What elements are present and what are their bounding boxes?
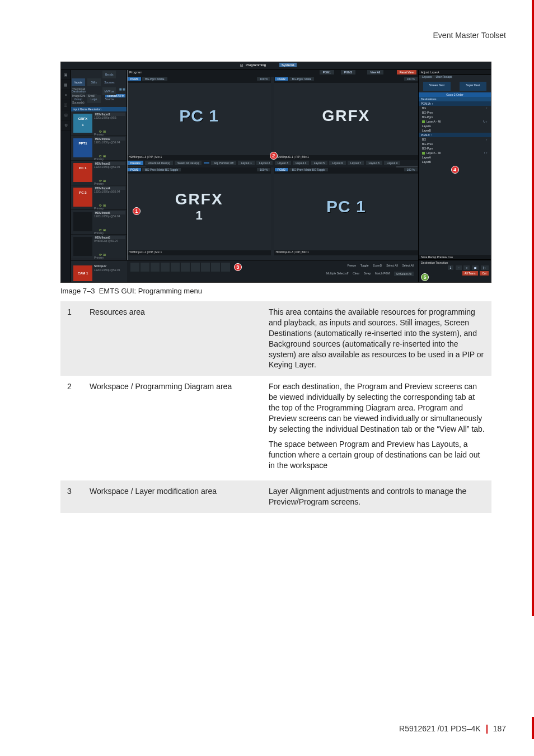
marker-2: 2: [270, 152, 278, 160]
tab-stills[interactable]: Stills: [87, 78, 101, 86]
marker-4: 4: [451, 166, 459, 174]
resources-panel: Inputs Stills Be.rds Sources Destination…: [71, 70, 127, 260]
title-system[interactable]: System1: [279, 63, 297, 67]
marker-5: 5: [421, 273, 429, 281]
rail-icon[interactable]: ▣: [61, 70, 71, 80]
cut-button[interactable]: Cut: [480, 271, 489, 276]
rail-icon[interactable]: ▦: [61, 80, 71, 90]
marker-1: 1: [133, 207, 140, 215]
page-header: Event Master Toolset: [433, 31, 506, 40]
all-trans-button[interactable]: All Trans: [462, 271, 477, 276]
figure-caption: Image 7–3 EMTS GUI: Programming menu: [60, 287, 202, 295]
left-rail: ▣ ▦ ≡ ◫ ⊞ ⚙: [61, 70, 71, 282]
adjust-panel: Adjust: LayerA LayoutsUser Recaps Screen…: [418, 70, 491, 260]
tab-bg[interactable]: Be.rds Sources: [102, 71, 116, 78]
bottom-right-bar: Destination Transition 1 – + ⇄ |→ All Tr…: [418, 260, 491, 282]
marker-3: 3: [234, 263, 242, 271]
reset-view-button[interactable]: Reset View: [397, 70, 416, 74]
title-programming: Programming: [246, 63, 266, 67]
screenshot: ☑ Programming System1 ▣ ▦ ≡ ◫ ⊞ ⚙ Inputs…: [60, 62, 491, 283]
rail-icon[interactable]: ⊞: [61, 110, 71, 120]
table-row: 1 Resources area This area contains the …: [60, 301, 491, 376]
rail-icon[interactable]: ◫: [61, 100, 71, 110]
tab-inputs[interactable]: Inputs: [72, 78, 85, 86]
table-row: 3 Workspace / Layer modification area La…: [60, 480, 491, 513]
table-row: 2 Workspace / Programming Diagram area F…: [60, 376, 491, 480]
bottom-bar: CAM 1 SDIInput7 1920x1080p @59.94 3 Free…: [71, 260, 418, 282]
tab-mvr[interactable]: MVR as Source: [102, 87, 116, 95]
description-table: 1 Resources area This area contains the …: [60, 301, 491, 513]
layout-row: Preview Unlock All Dest(s) Select All De…: [127, 160, 418, 167]
page-footer: R5912621 /01 PDS–4K187: [399, 724, 506, 734]
app-titlebar: ☑ Programming System1: [61, 62, 491, 70]
rail-icon[interactable]: ⚙: [61, 120, 71, 130]
workspace: Program PGM1 PGM2 View All Reset View PG…: [127, 70, 418, 260]
rail-icon[interactable]: ≡: [61, 90, 71, 100]
